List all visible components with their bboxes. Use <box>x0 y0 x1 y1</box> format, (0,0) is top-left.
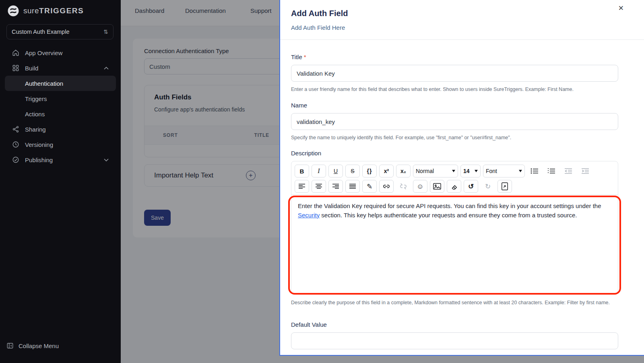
drawer-header-divider <box>280 39 644 40</box>
sidebar-menu: App Overview Build Authentication Trigge… <box>5 45 116 167</box>
title-helper-text: Enter a user friendly name for this fiel… <box>291 86 617 93</box>
collapse-menu-button[interactable]: Collapse Menu <box>6 342 59 349</box>
sidebar-item-label: App Overview <box>25 50 62 56</box>
align-center-button[interactable] <box>312 180 326 193</box>
title-field-label: Title* <box>291 54 306 60</box>
description-helper-text: Describe clearly the purpose of this fie… <box>291 299 617 306</box>
indent-icon <box>581 168 589 174</box>
insert-image-button[interactable] <box>430 180 444 193</box>
description-editor[interactable]: Enter the Validation Key required for se… <box>291 195 618 294</box>
sidebar-item-label: Build <box>25 65 38 72</box>
paragraph-style-value: Normal <box>416 168 434 174</box>
undo-button[interactable]: ↺ <box>464 180 478 193</box>
unlink-icon <box>399 182 407 190</box>
required-asterisk: * <box>304 54 306 60</box>
align-left-button[interactable] <box>295 180 309 193</box>
sidebar-item-label: Versioning <box>25 141 53 148</box>
add-auth-field-drawer: ✕ Add Auth Field Add Auth Field Here Tit… <box>279 0 644 356</box>
title-field-label-text: Title <box>291 54 302 60</box>
code-block-button[interactable]: {} <box>362 165 377 177</box>
align-justify-icon <box>349 184 356 189</box>
sort-arrows-icon: ⇅ <box>103 29 108 35</box>
title-input[interactable] <box>291 65 618 82</box>
default-value-input[interactable] <box>291 332 618 349</box>
font-family-dropdown[interactable]: Font <box>483 165 525 177</box>
source-code-button[interactable] <box>497 180 512 193</box>
sidebar-item-build[interactable]: Build <box>5 60 116 76</box>
sidebar-item-label: Sharing <box>25 126 46 133</box>
align-right-icon <box>332 184 339 189</box>
collapse-panel-icon <box>6 342 14 349</box>
link-icon <box>382 182 390 190</box>
ordered-list-button[interactable] <box>544 165 559 177</box>
dropdown-caret-icon <box>475 170 478 172</box>
ordered-list-icon <box>547 168 555 174</box>
sidebar-item-versioning[interactable]: Versioning <box>5 137 116 152</box>
chevron-up-icon <box>104 67 109 70</box>
font-size-dropdown[interactable]: 14 <box>460 165 481 177</box>
redo-button[interactable]: ↻ <box>481 180 495 193</box>
outdent-button[interactable] <box>561 165 576 177</box>
name-helper-text: Specify the name to uniquely identify th… <box>291 134 617 141</box>
paragraph-style-dropdown[interactable]: Normal <box>413 165 458 177</box>
align-left-icon <box>298 184 305 189</box>
security-link[interactable]: Security <box>298 212 320 219</box>
description-field-label: Description <box>291 150 321 157</box>
sidebar-item-app-overview[interactable]: App Overview <box>5 45 116 60</box>
sidebar-item-label: Triggers <box>25 95 47 102</box>
text-color-pen-button[interactable]: ✎ <box>362 180 377 193</box>
superscript-button[interactable]: x² <box>379 165 394 177</box>
build-blocks-icon <box>12 64 19 72</box>
sidebar-item-triggers[interactable]: Triggers <box>5 91 116 106</box>
outdent-icon <box>564 168 572 174</box>
bold-button[interactable]: B <box>295 165 309 177</box>
richtext-toolbar: B I U S {} x² x₂ Normal 14 Font <box>291 161 618 195</box>
align-justify-button[interactable] <box>345 180 360 193</box>
sidebar-item-actions[interactable]: Actions <box>5 106 116 122</box>
suretriggers-logo-icon <box>7 5 19 17</box>
strikethrough-button[interactable]: S <box>345 165 360 177</box>
project-selector-label: Custom Auth Example <box>12 29 69 35</box>
sidebar-item-label: Authentication <box>25 80 63 87</box>
bullet-list-button[interactable] <box>527 165 542 177</box>
drawer-title: Add Auth Field <box>291 9 348 18</box>
toolbar-row-2: ✎ ☺ ↺ ↻ <box>295 179 615 193</box>
insert-emoji-button[interactable]: ☺ <box>413 180 427 193</box>
name-input[interactable] <box>291 113 618 130</box>
font-size-value: 14 <box>463 168 470 174</box>
share-icon <box>12 126 19 133</box>
subscript-button[interactable]: x₂ <box>396 165 411 177</box>
project-selector[interactable]: Custom Auth Example ⇅ <box>6 24 114 39</box>
align-right-button[interactable] <box>328 180 343 193</box>
sidebar-item-sharing[interactable]: Sharing <box>5 122 116 137</box>
drawer-subtitle: Add Auth Field Here <box>291 24 345 31</box>
brand: sureTRIGGERS <box>7 5 84 17</box>
sidebar-item-authentication[interactable]: Authentication <box>5 76 116 91</box>
remove-link-button[interactable] <box>396 180 411 193</box>
chevron-down-icon <box>104 159 109 161</box>
close-icon[interactable]: ✕ <box>618 4 624 12</box>
check-circle-icon <box>12 156 19 163</box>
default-value-label: Default Value <box>291 321 327 328</box>
home-icon <box>12 49 19 56</box>
sidebar: sureTRIGGERS Custom Auth Example ⇅ App O… <box>0 0 121 363</box>
dropdown-caret-icon <box>519 170 522 172</box>
insert-link-button[interactable] <box>379 180 394 193</box>
name-field-label: Name <box>291 102 307 109</box>
sidebar-item-label: Publishing <box>25 157 53 163</box>
dropdown-caret-icon <box>452 170 455 172</box>
brand-name: sureTRIGGERS <box>23 6 84 15</box>
eraser-icon <box>450 183 458 190</box>
toolbar-row-1: B I U S {} x² x₂ Normal 14 Font <box>295 164 615 178</box>
description-text-after: section. This key helps authenticate you… <box>320 212 577 219</box>
indent-button[interactable] <box>578 165 592 177</box>
underline-button[interactable]: U <box>328 165 343 177</box>
brand-name-light: sure <box>23 6 39 15</box>
sidebar-item-label: Actions <box>25 111 45 118</box>
clear-format-button[interactable] <box>447 180 461 193</box>
sidebar-item-publishing[interactable]: Publishing <box>5 152 116 167</box>
italic-button[interactable]: I <box>312 165 326 177</box>
description-text-before: Enter the Validation Key required for se… <box>298 202 601 209</box>
bullet-list-icon <box>530 168 539 174</box>
collapse-menu-label: Collapse Menu <box>19 342 59 349</box>
